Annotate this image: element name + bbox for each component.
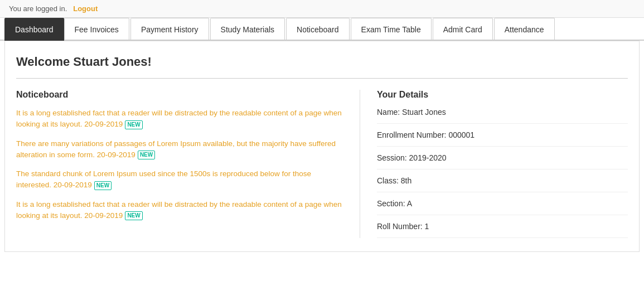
noticeboard-title: Noticeboard [16, 90, 343, 100]
divider [16, 78, 628, 79]
noticeboard-column: Noticeboard It is a long established fac… [16, 90, 360, 238]
new-badge-1: NEW [138, 151, 155, 159]
welcome-title: Welcome Stuart Jones! [16, 55, 628, 69]
new-badge-2: NEW [94, 181, 112, 190]
nav-tab-dashboard[interactable]: Dashboard [4, 18, 64, 41]
main-content: Welcome Stuart Jones! Noticeboard It is … [4, 41, 640, 252]
nav-tab-payment-history[interactable]: Payment History [130, 18, 209, 41]
nav-tab-fee-invoices[interactable]: Fee Invoices [64, 18, 129, 41]
nav-tab-noticeboard[interactable]: Noticeboard [286, 18, 350, 41]
notice-list: It is a long established fact that a rea… [16, 108, 343, 221]
notice-item-0[interactable]: It is a long established fact that a rea… [16, 108, 343, 130]
details-title: Your Details [377, 90, 628, 100]
nav-tab-exam-time-table[interactable]: Exam Time Table [351, 18, 432, 41]
new-badge-0: NEW [125, 120, 142, 129]
detail-row-1: Enrollment Number: 000001 [377, 124, 628, 147]
detail-row-3: Class: 8th [377, 169, 628, 192]
detail-row-2: Session: 2019-2020 [377, 147, 628, 169]
two-col-layout: Noticeboard It is a long established fac… [16, 90, 628, 238]
notice-item-1[interactable]: There are many variations of passages of… [16, 138, 343, 161]
detail-row-5: Roll Number: 1 [377, 215, 628, 238]
top-bar: You are logged in. Logout [0, 0, 644, 18]
detail-rows-container: Name: Stuart JonesEnrollment Number: 000… [377, 108, 628, 238]
nav-tab-admit-card[interactable]: Admit Card [433, 18, 493, 41]
detail-row-0: Name: Stuart Jones [377, 108, 628, 124]
new-badge-3: NEW [125, 211, 142, 220]
logged-in-text: You are logged in. [9, 4, 67, 13]
nav-tab-study-materials[interactable]: Study Materials [210, 18, 285, 41]
nav-tabs: DashboardFee InvoicesPayment HistoryStud… [0, 18, 644, 41]
notice-item-3[interactable]: It is a long established fact that a rea… [16, 199, 343, 222]
nav-tab-attendance[interactable]: Attendance [494, 18, 555, 41]
detail-row-4: Section: A [377, 192, 628, 215]
logout-link[interactable]: Logout [73, 4, 98, 13]
notice-item-2[interactable]: The standard chunk of Lorem Ipsum used s… [16, 168, 343, 191]
details-column: Your Details Name: Stuart JonesEnrollmen… [360, 90, 628, 238]
